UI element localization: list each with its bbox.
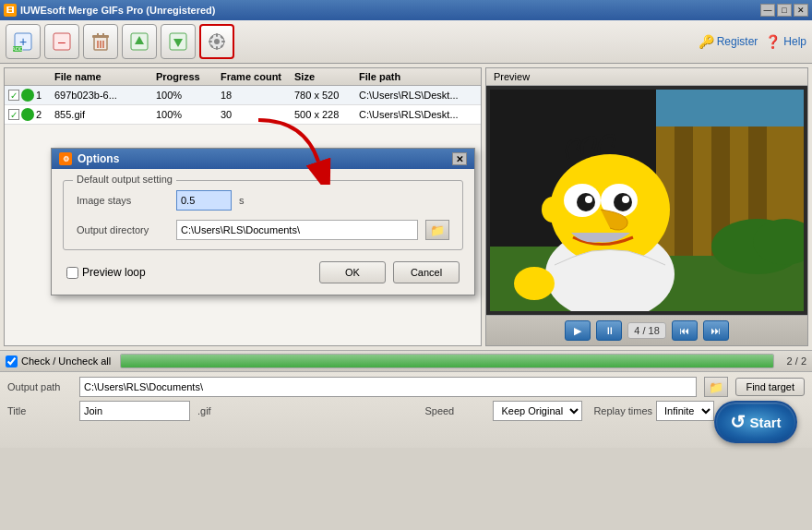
row-path-2: C:\Users\RLS\Deskt... (359, 109, 477, 120)
status-badge-2 (21, 108, 34, 121)
move-down-button[interactable] (161, 24, 196, 59)
output-dir-browse-button[interactable]: 📁 (425, 220, 449, 240)
replay-select[interactable]: Infinite (656, 401, 714, 421)
speed-label: Speed (424, 405, 489, 416)
replay-label: Replay times (593, 405, 652, 416)
row-size-1: 780 x 520 (294, 90, 359, 101)
svg-rect-21 (209, 41, 212, 42)
dialog-group: Default output setting Image stays s Out… (63, 180, 463, 250)
dialog-body: Default output setting Image stays s Out… (52, 169, 474, 295)
output-path-input[interactable] (79, 377, 697, 397)
title-bar: 🎞 IUWEsoft Merge GIFs Pro (Unregistered)… (0, 0, 812, 20)
col-header-filepath: File path (359, 71, 477, 82)
row-filename-1: 697b023b-6... (54, 90, 156, 101)
svg-rect-33 (656, 90, 804, 126)
start-label: Start (749, 415, 781, 430)
preview-controls: ▶ ⏸ 4 / 18 ⏮ ⏭ (486, 315, 807, 345)
minimize-button[interactable]: — (760, 4, 775, 17)
dialog-icon: ⚙ (59, 152, 72, 165)
image-stays-unit: s (239, 195, 245, 206)
svg-point-41 (577, 193, 595, 211)
add-button[interactable]: +ADD (6, 24, 41, 59)
row-num-1: 1 (36, 90, 54, 101)
row-checkbox-2[interactable]: ✓ (8, 109, 19, 120)
status-badge-1 (21, 89, 34, 102)
speed-select[interactable]: Keep Original (493, 401, 582, 421)
clear-button[interactable] (83, 24, 118, 59)
help-link[interactable]: ❓ Help (765, 34, 806, 49)
app-title: IUWEsoft Merge GIFs Pro (Unregistered) (20, 5, 215, 16)
col-header-filename: File name (54, 71, 156, 82)
check-all-label: Check / Uncheck all (21, 355, 111, 367)
dialog-title: Options (78, 152, 119, 165)
check-all-checkbox[interactable] (6, 355, 18, 367)
settings-area: Output path 📁 Find target Title .gif Spe… (0, 371, 812, 448)
svg-rect-19 (216, 33, 218, 37)
col-header-size: Size (294, 71, 359, 82)
table-row[interactable]: ✓ 1 697b023b-6... 100% 18 780 x 520 C:\U… (5, 86, 481, 105)
preview-loop-label: Preview loop (82, 266, 146, 279)
output-path-row: Output path 📁 Find target (7, 377, 805, 397)
app-icon: 🎞 (4, 4, 17, 17)
row-checkbox-1[interactable]: ✓ (8, 90, 19, 101)
row-path-1: C:\Users\RLS\Deskt... (359, 90, 477, 101)
image-stays-label: Image stays (77, 195, 169, 206)
output-path-browse-button[interactable]: 📁 (704, 377, 728, 397)
title-input[interactable] (79, 401, 190, 421)
table-row[interactable]: ✓ 2 855.gif 100% 30 500 x 228 C:\Users\R… (5, 105, 481, 125)
svg-rect-7 (92, 35, 109, 38)
dialog-group-title: Default output setting (73, 174, 176, 185)
dialog-ok-button[interactable]: OK (319, 261, 386, 283)
image-stays-row: Image stays s (77, 190, 449, 211)
progress-text: 2 / 2 (787, 355, 806, 367)
close-button[interactable]: ✕ (794, 4, 808, 17)
pause-button[interactable]: ⏸ (596, 320, 622, 341)
gif-extension: .gif (197, 405, 211, 416)
row-num-2: 2 (36, 109, 54, 120)
image-stays-input[interactable] (176, 190, 232, 211)
svg-point-45 (514, 267, 555, 300)
svg-rect-20 (216, 46, 218, 50)
preview-area: Preview (485, 67, 808, 346)
prev-frame-button[interactable]: ⏮ (672, 320, 698, 341)
start-icon: ↺ (730, 411, 746, 433)
options-dialog: ⚙ Options ✕ Default output setting Image… (51, 148, 475, 295)
overall-progress-bar (120, 354, 773, 368)
row-frames-1: 18 (221, 90, 294, 101)
svg-text:ADD: ADD (13, 46, 24, 52)
svg-rect-22 (221, 41, 225, 42)
output-path-label: Output path (7, 381, 72, 392)
dialog-close-button[interactable]: ✕ (452, 152, 467, 165)
row-frames-2: 30 (221, 109, 294, 120)
row-filename-2: 855.gif (54, 109, 156, 120)
output-dir-input[interactable] (176, 220, 418, 240)
find-target-button[interactable]: Find target (735, 378, 805, 396)
dialog-footer: Preview loop OK Cancel (63, 261, 463, 283)
title-label: Title (7, 405, 72, 416)
frame-counter: 4 / 18 (627, 322, 666, 339)
toolbar: +ADD – (0, 20, 812, 64)
title-row: Title .gif (7, 401, 410, 421)
next-frame-button[interactable]: ⏭ (703, 320, 729, 341)
col-header-framecount: Frame count (221, 71, 294, 82)
row-size-2: 500 x 228 (294, 109, 359, 120)
preview-loop-checkbox[interactable] (66, 267, 78, 279)
register-link[interactable]: 🔑 Register (699, 34, 758, 49)
svg-point-42 (614, 193, 632, 211)
output-dir-row: Output directory 📁 (77, 220, 449, 240)
move-up-button[interactable] (122, 24, 157, 59)
progress-fill (121, 355, 772, 367)
preview-loop-row: Preview loop (66, 266, 146, 279)
preview-header: Preview (486, 68, 807, 86)
maximize-button[interactable]: □ (777, 4, 792, 17)
svg-point-38 (542, 197, 564, 223)
output-dir-label: Output directory (77, 224, 169, 235)
dialog-title-bar: ⚙ Options ✕ (52, 149, 474, 169)
remove-button[interactable]: – (44, 24, 79, 59)
settings-button[interactable] (199, 24, 234, 59)
play-button[interactable]: ▶ (565, 320, 591, 341)
file-table-header: File name Progress Frame count Size File… (5, 68, 481, 86)
dialog-cancel-button[interactable]: Cancel (393, 261, 460, 283)
start-button[interactable]: ↺ Start (714, 401, 797, 443)
row-progress-2: 100% (156, 109, 221, 120)
